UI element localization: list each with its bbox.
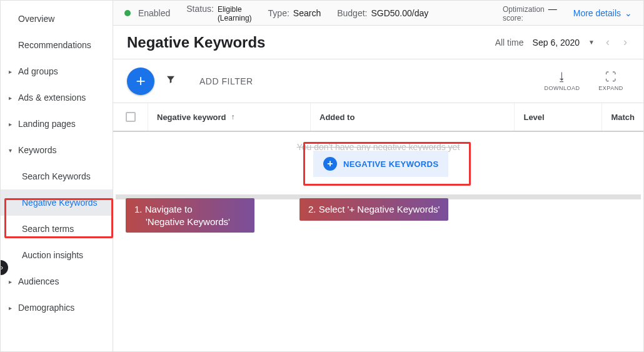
filter-icon[interactable] [166,74,176,88]
chevron-right-icon: ▸ [6,278,14,285]
more-details-link[interactable]: More details ⌄ [573,8,632,18]
sidebar: Overview Recommendations ▸ Ad groups ▸ A… [1,1,113,351]
sidebar-item-keywords[interactable]: ▾ Keywords [1,137,113,163]
download-icon: ⭳ [556,71,568,84]
sidebar-item-audiences[interactable]: ▸ Audiences [1,268,113,294]
column-label: Match [611,113,635,122]
budget-label: Budget: [337,8,367,18]
annotation-step-2: 2. Select '+ Negative Keywords' [299,198,448,221]
type-kv: Type: Search [268,8,321,18]
sidebar-item-search-keywords[interactable]: Search Keywords [1,163,113,189]
sidebar-item-demographics[interactable]: ▸ Demographics [1,294,113,321]
chevron-right-icon: ▸ [6,68,14,75]
download-button[interactable]: ⭳ DOWNLOAD [543,71,581,91]
page-title: Negative Keywords [127,34,265,51]
chevron-down-icon: ⌄ [625,8,632,18]
sidebar-item-search-terms[interactable]: Search terms [1,216,113,242]
sidebar-item-label: Search Keywords [22,171,91,181]
plus-icon: + [323,157,337,171]
sidebar-item-label: Recommendations [18,40,91,50]
expand-label: EXPAND [598,85,623,91]
empty-state: You don't have any negative keywords yet… [113,132,643,194]
negative-keywords-label: NEGATIVE KEYWORDS [343,159,438,169]
sidebar-item-label: Ads & extensions [18,93,86,103]
sidebar-item-label: Landing pages [18,119,76,129]
sidebar-item-label: Keywords [18,145,56,155]
more-details-label: More details [573,8,621,18]
chevron-right-icon: ▸ [6,121,14,128]
page-header: Negative Keywords All time Sep 6, 2020 ▼… [113,26,643,59]
sidebar-item-overview[interactable]: Overview [1,6,113,32]
optimization-kv: Optimization score: — [503,4,557,23]
download-label: DOWNLOAD [544,85,580,91]
select-all-checkbox[interactable] [126,112,136,122]
empty-message: You don't have any negative keywords yet [113,132,643,152]
sort-ascending-icon: ↑ [231,113,235,121]
sidebar-item-ads-extensions[interactable]: ▸ Ads & extensions [1,84,113,111]
status-kv: Status: Eligible (Learning) [186,4,251,23]
sidebar-item-auction-insights[interactable]: Auction insights [1,242,113,268]
date-value: Sep 6, 2020 [533,38,580,48]
column-label: Negative keyword [157,113,226,122]
type-value: Search [293,8,321,18]
budget-value: SGD50.00/day [371,8,428,18]
sidebar-item-label: Ad groups [18,66,58,76]
table-header: Negative keyword ↑ Added to Level Match [113,103,643,132]
annotation-step-1: 1. Navigate to 'Negative Keywords' [126,198,254,233]
sidebar-item-landing-pages[interactable]: ▸ Landing pages [1,111,113,137]
add-negative-keywords-button[interactable]: + NEGATIVE KEYWORDS [313,151,448,177]
date-range-picker[interactable]: All time Sep 6, 2020 ▼ ‹ › [495,33,630,51]
status-enabled: Enabled [124,8,170,18]
plus-icon: + [136,71,145,91]
status-enabled-label: Enabled [138,8,170,18]
date-next-button[interactable]: › [621,33,630,51]
chevron-down-icon: ▾ [6,147,14,154]
add-filter-button[interactable]: ADD FILTER [199,76,253,86]
column-negative-keyword[interactable]: Negative keyword ↑ [148,103,311,131]
toolbar: + ADD FILTER ⭳ DOWNLOAD ⛶ EXPAND [113,59,643,103]
sidebar-item-label: Demographics [18,303,74,313]
sidebar-item-recommendations[interactable]: Recommendations [1,32,113,58]
status-label: Status: [186,4,214,14]
budget-kv: Budget: SGD50.00/day [337,8,428,18]
main: Enabled Status: Eligible (Learning) Type… [113,1,643,351]
optimization-label: Optimization score: [503,5,545,23]
sidebar-item-label: Negative Keywords [22,198,98,208]
sidebar-item-ad-groups[interactable]: ▸ Ad groups [1,58,113,84]
sidebar-item-negative-keywords[interactable]: Negative Keywords [1,189,113,216]
date-prev-button[interactable]: ‹ [603,33,612,51]
status-dot-icon [124,10,131,16]
column-label: Added to [319,113,355,122]
optimization-value: — [548,4,557,14]
chevron-right-icon: ▸ [6,304,14,311]
campaign-status-bar: Enabled Status: Eligible (Learning) Type… [113,1,643,26]
expand-icon: ⛶ [605,71,616,84]
sidebar-item-label: Overview [18,14,54,24]
sidebar-item-label: Auction insights [22,250,83,260]
date-range-label: All time [495,38,524,48]
expand-button[interactable]: ⛶ EXPAND [592,71,630,91]
column-label: Level [523,113,544,122]
column-added-to[interactable]: Added to [311,103,515,131]
add-button[interactable]: + [127,68,154,95]
sidebar-item-label: Audiences [18,276,59,286]
type-label: Type: [268,8,289,18]
select-all-cell[interactable] [113,103,148,131]
dropdown-triangle-icon: ▼ [588,39,595,46]
status-value: Eligible (Learning) [218,5,252,23]
sidebar-item-label: Search terms [22,224,74,234]
column-match[interactable]: Match [602,103,643,131]
column-level[interactable]: Level [515,103,602,131]
chevron-right-icon: ▸ [6,94,14,101]
